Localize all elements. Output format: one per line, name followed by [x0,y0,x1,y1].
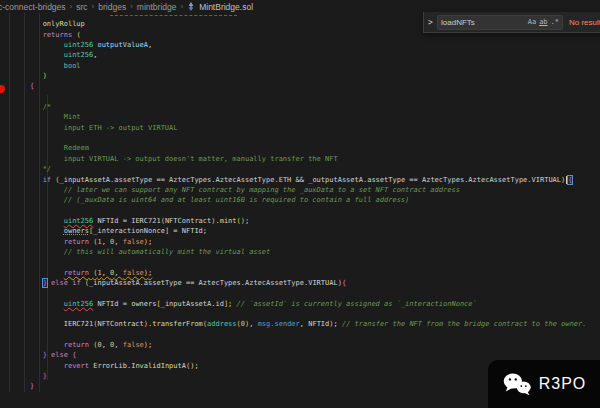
code-line[interactable]: if (_inputAssetA.assetType == AztecTypes… [30,175,600,185]
code-token: { [72,351,76,359]
editor-window: { "breadcrumb": { "separator": "›", "ite… [0,0,600,408]
code-line[interactable]: return (1, 0, false); [30,268,600,278]
watermark-label: R3PO [539,375,587,393]
code-token: , [114,238,122,246]
code-token: */ [30,165,51,173]
whole-word-icon[interactable]: ab [539,18,547,26]
code-token: transferFrom [152,320,203,328]
code-line[interactable]: return (1, 0, false); [30,237,600,247]
code-token: InvalidInputA [131,362,186,370]
code-line[interactable]: ) [30,71,600,81]
breadcrumb-item-src[interactable]: src [76,2,87,12]
breadcrumb-separator: › [70,2,73,11]
code-line[interactable] [30,330,600,340]
regex-icon[interactable]: .* [551,18,559,26]
breadcrumb-separator: › [92,2,95,11]
code-token: , [102,238,110,246]
code-token: onlyRollup [30,20,85,28]
code-token: , [102,341,110,349]
code-line[interactable]: input ETH -> output VIRTUAL [30,123,600,133]
breadcrumb-item-bridges[interactable]: bridges [98,2,126,12]
code-token: // `assetId` is currently assigned as `_… [237,300,477,308]
code-line[interactable]: */ [30,164,600,174]
code-token: } [30,372,47,380]
code-line[interactable]: { [30,81,600,91]
code-token: , [102,269,110,277]
find-widget: > loadNFTs Aa ab .* No results [423,12,600,33]
code-line[interactable]: Mint [30,112,600,122]
code-line[interactable]: } else if (_inputAssetA.assetType == Azt… [30,278,600,288]
match-case-icon[interactable]: Aa [528,18,536,26]
code-line[interactable]: uint256 NFTId = IERC721(NFTContract).min… [30,216,600,226]
code-line[interactable]: // (_auxData is uint64 and at least uint… [30,195,600,205]
code-token: false [123,269,144,277]
code-token: address [207,320,237,328]
find-input[interactable]: loadNFTs Aa ab .* [437,15,563,30]
code-line[interactable] [30,206,600,216]
code-line[interactable]: Redeem [30,143,600,153]
code-token: ; [148,238,152,246]
code-token: { [342,279,346,287]
code-token: ; [245,217,249,225]
code-token: = NFTId; [169,227,207,235]
code-token: Redeem [30,144,89,152]
breadcrumb-item-file[interactable]: MintBridge.sol [199,2,253,12]
code-line[interactable] [30,288,600,298]
code-token: ; [148,341,152,349]
breadcrumb-item-root[interactable]: c-connect-bridges [0,2,66,12]
code-token: ; [148,269,152,277]
code-line[interactable]: // later we can support any NFT contract… [30,185,600,195]
code-token: return [64,269,89,277]
code-line[interactable]: uint256 NFTId = owners[_inputAssetA.id];… [30,299,600,309]
code-line[interactable]: /* [30,102,600,112]
code-token: if [72,279,80,287]
code-line[interactable]: owners[_interactionNonce] = NFTId; [30,226,600,236]
code-line[interactable]: bool [30,61,600,71]
code-token: outputValueA [97,41,148,49]
code-token: _inputAssetA.id [161,300,224,308]
code-line[interactable] [30,257,600,267]
code-token: input ETH -> output VIRTUAL [30,124,178,132]
code-token: NFTId = owners [93,300,156,308]
breadcrumb-item-mintbridge[interactable]: mintbridge [137,2,177,12]
code-line[interactable]: IERC721(NFTContract).transferFrom(addres… [30,319,600,329]
code-token [30,351,43,359]
code-line[interactable] [30,92,600,102]
code-token: msg.sender [258,320,300,328]
code-line[interactable]: input VIRTUAL -> output doesn't matter, … [30,154,600,164]
code-line[interactable]: uint256, [30,50,600,60]
breakpoint-dot[interactable] [0,85,5,93]
code-token: _inputAssetA.assetType == AztecTypes.Azt… [89,279,338,287]
code-token: , [148,41,152,49]
code-token: ) [30,72,47,80]
code-editor[interactable]: onlyRollup returns ( uint256 outputValue… [30,9,600,392]
code-token: NFTContract [97,320,143,328]
code-token [30,227,64,235]
code-token: , [249,320,257,328]
code-token [30,217,64,225]
code-token: if [30,176,51,184]
code-line[interactable] [30,309,600,319]
code-token: ; [194,362,198,370]
code-token: ; [228,300,236,308]
code-token: { [568,176,572,184]
watermark: R3PO [488,360,600,408]
code-line[interactable] [30,133,600,143]
code-line[interactable]: return (0, 0, false); [30,340,600,350]
code-token: // later we can support any NFT contract… [30,186,460,194]
code-token: // this will automatically mint the virt… [30,248,270,256]
code-line[interactable]: // this will automatically mint the virt… [30,247,600,257]
code-line[interactable]: uint256 outputValueA, [30,40,600,50]
code-token: mint [220,217,237,225]
code-token: returns [30,31,72,39]
code-token [30,279,43,287]
code-token: revert [30,362,89,370]
find-query-text: loadNFTs [441,18,525,27]
code-token: ( [76,31,80,39]
find-toggle-chevron-icon[interactable]: > [424,18,437,27]
code-token: bool [30,62,81,70]
code-token: // (_auxData is uint64 and at least uint… [30,196,409,204]
code-token [30,269,64,277]
find-results-status: No results [569,18,600,27]
breadcrumb-separator: › [130,2,133,11]
